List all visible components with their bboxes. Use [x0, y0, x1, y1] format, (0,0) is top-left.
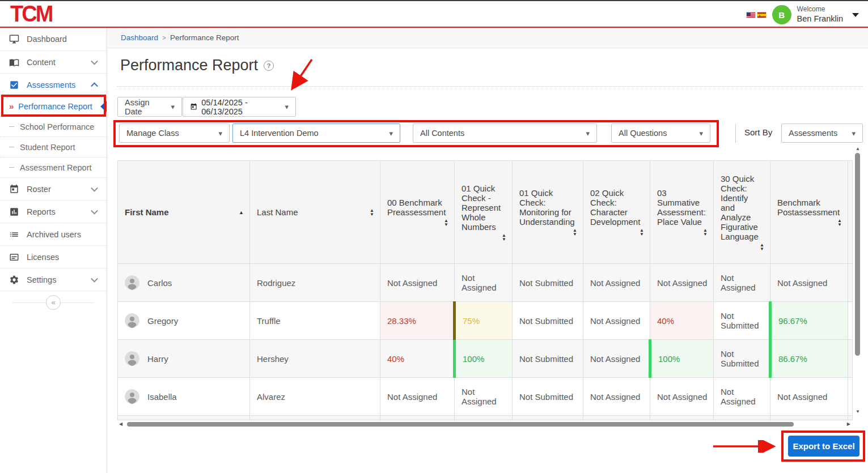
student-avatar-icon [125, 275, 139, 290]
column-header-benchmark-postassessment[interactable]: Benchmark Postassessment▲▼ [770, 161, 848, 264]
sidebar-item-label: School Performance [20, 122, 94, 131]
sidebar-item-assessments[interactable]: Assessments [0, 73, 107, 96]
breadcrumb-separator: > [162, 34, 166, 42]
sort-by-value: Assessments [789, 129, 837, 138]
first-name-value: Isabella [147, 392, 177, 402]
score-cell: 96.67% [770, 302, 848, 340]
contents-select[interactable]: All Contents ▾ [413, 123, 597, 143]
column-header-01-quick-check-represent-whole-numbers[interactable]: 01 Quick Check - Represent Whole Numbers… [455, 161, 513, 264]
double-arrow-icon: » [9, 101, 14, 111]
score-cell: Not Assigned [650, 378, 714, 416]
score-cell: Not Submitted [714, 302, 770, 340]
contents-select-value: All Contents [420, 129, 464, 138]
us-flag-icon[interactable] [746, 12, 756, 18]
caret-down-icon: ▾ [852, 129, 856, 138]
column-header-last-name[interactable]: Last Name▲▼ [250, 161, 380, 264]
score-cell: Not Assigned [380, 378, 455, 416]
sidebar-item-reports[interactable]: Reports [0, 200, 107, 223]
report-table: First Name▲Last Name▲▼00 Benchmark Preas… [117, 160, 853, 420]
breadcrumb-dashboard-link[interactable]: Dashboard [121, 33, 158, 42]
sort-by-label: Sort By [744, 127, 772, 137]
sidebar-item-label: Dashboard [27, 35, 67, 44]
language-switcher [746, 12, 767, 18]
calendar-icon [9, 184, 19, 194]
first-name-cell: Harry [118, 340, 250, 378]
user-avatar[interactable]: B [772, 5, 791, 24]
chevron-down-icon [91, 57, 98, 65]
scroll-left-arrow-icon[interactable]: ◀ [119, 421, 122, 427]
score-cell: Not Assigned [583, 340, 650, 378]
horizontal-scrollbar-thumb[interactable] [127, 422, 794, 427]
partial-next-row [118, 416, 853, 420]
sidebar-item-dashboard[interactable]: Dashboard [0, 28, 107, 50]
gear-icon [9, 275, 19, 285]
horizontal-scrollbar[interactable]: ◀ ▶ [119, 421, 850, 428]
sidebar-nav: DashboardContentAssessments»Performance … [0, 28, 107, 291]
main-content: Performance Report ? Assign Date ▾ 05/14… [108, 48, 868, 473]
sort-icon: ▲▼ [837, 219, 842, 227]
student-row-gregory-truffle: GregoryTruffle28.33%75%Not SubmittedNot … [118, 302, 853, 340]
calendar-icon [190, 103, 197, 111]
dash-icon [9, 147, 14, 147]
table-header-row: First Name▲Last Name▲▼00 Benchmark Preas… [118, 161, 853, 264]
date-range-picker[interactable]: 05/14/2025 - 06/13/2025 ▾ [183, 97, 296, 117]
sidebar-collapse-row: « [0, 291, 107, 313]
first-name-cell: Gregory [118, 302, 250, 340]
score-cell: 40% [380, 340, 455, 378]
column-header-02-quick-check-character-development[interactable]: 02 Quick Check: Character Development▲▼ [583, 161, 650, 264]
sidebar-item-settings[interactable]: Settings [0, 268, 107, 291]
assign-date-dropdown[interactable]: Assign Date ▾ [117, 97, 182, 117]
score-cell: Not Assigned [583, 378, 650, 416]
active-item-arrow-icon [100, 101, 107, 112]
sidebar-item-label: Archived users [27, 230, 81, 239]
sidebar-item-label: Assessment Report [20, 163, 92, 172]
user-menu-caret-icon[interactable] [852, 13, 859, 17]
caret-down-icon: ▾ [285, 103, 289, 111]
monitor-icon [9, 34, 19, 44]
scroll-down-arrow-icon[interactable]: ▼ [855, 409, 861, 414]
help-icon[interactable]: ? [264, 61, 274, 71]
sidebar-item-roster[interactable]: Roster [0, 177, 107, 200]
sidebar-item-content[interactable]: Content [0, 50, 107, 73]
student-row-carlos-rodriguez: CarlosRodriguezNot AssignedNot AssignedN… [118, 264, 853, 302]
last-name-cell: Hershey [250, 340, 380, 378]
column-header-00-benchmark-preassessment[interactable]: 00 Benchmark Preassessment▲▼ [380, 161, 455, 264]
sidebar-item-archived-users[interactable]: Archived users [0, 223, 107, 245]
questions-select[interactable]: All Questions ▾ [611, 123, 710, 143]
caret-down-icon: ▾ [218, 129, 222, 138]
column-header-30-quick-check-identify-and-analyze-figurative-language[interactable]: 30 Quick Check: Identify and Analyze Fig… [714, 161, 770, 264]
vertical-scrollbar[interactable]: ▲ ▼ [854, 146, 861, 419]
class-select[interactable]: L4 Intervention Demo ▾ [232, 123, 400, 143]
sort-icon: ▲▼ [703, 228, 708, 236]
score-cell: Not Submitted [513, 340, 583, 378]
scroll-up-arrow-icon[interactable]: ▲ [855, 146, 861, 151]
column-header-first-name[interactable]: First Name▲ [118, 161, 250, 264]
student-row-isabella-alvarez: IsabellaAlvarezNot AssignedNot AssignedN… [118, 378, 853, 416]
chevron-down-icon [91, 184, 98, 191]
sidebar-item-student-report[interactable]: Student Report [0, 137, 107, 157]
scroll-right-arrow-icon[interactable]: ▶ [847, 421, 850, 427]
column-header-03-summative-assessment-place-value[interactable]: 03 Summative Assessment: Place Value▲▼ [650, 161, 714, 264]
score-cell: Not Submitted [513, 378, 583, 416]
sort-icon: ▲▼ [370, 208, 374, 216]
sort-by-select[interactable]: Assessments ▾ [781, 123, 863, 143]
sidebar-item-licenses[interactable]: Licenses [0, 245, 107, 268]
chevron-down-icon [91, 207, 98, 214]
sortby-divider [735, 124, 736, 143]
page-title: Performance Report ? [120, 57, 274, 74]
column-header-01-quick-check-monitoring-for-understanding[interactable]: 01 Quick Check: Monitoring for Understan… [513, 161, 583, 264]
sidebar-item-school-performance[interactable]: School Performance [0, 116, 107, 137]
export-to-excel-button[interactable]: Export to Excel [788, 436, 859, 457]
caret-down-icon: ▾ [389, 129, 393, 138]
spain-flag-icon[interactable] [757, 12, 767, 18]
score-cell: 28.33% [380, 302, 455, 340]
vertical-scrollbar-thumb[interactable] [855, 153, 860, 356]
score-cell: Not Assigned [380, 264, 455, 302]
sidebar-collapse-button[interactable]: « [46, 295, 61, 310]
sidebar-item-assessment-report[interactable]: Assessment Report [0, 157, 107, 177]
first-name-value: Carlos [147, 278, 172, 288]
score-cell: Not Assigned [455, 264, 513, 302]
manage-class-dropdown[interactable]: Manage Class ▾ [119, 123, 230, 143]
sort-icon: ▲▼ [444, 219, 448, 227]
sidebar-item-performance-report[interactable]: »Performance Report [0, 96, 107, 116]
